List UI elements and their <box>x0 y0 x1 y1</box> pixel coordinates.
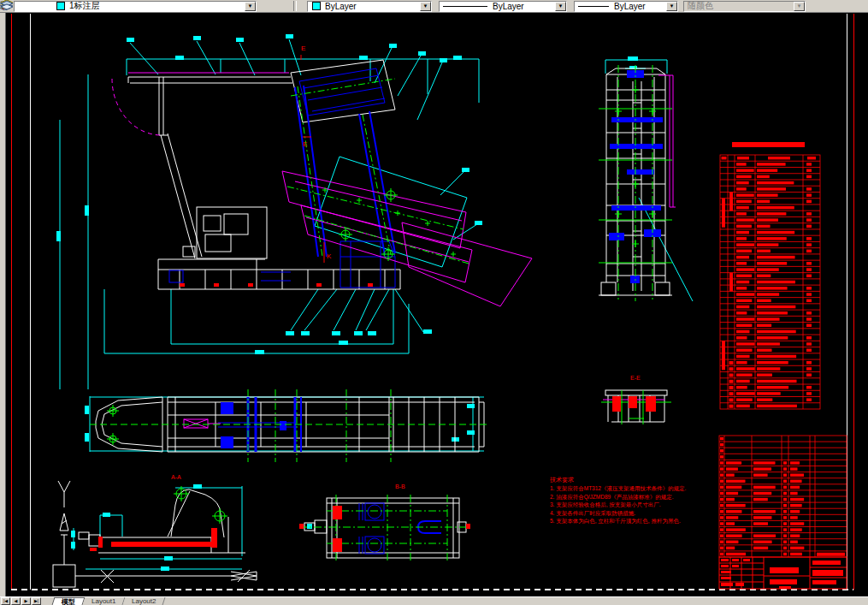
technical-notes: 技术要求 1. 支架应符合MT312《液压支架通用技术条件》的规定. 2. 油漆… <box>550 476 686 525</box>
layer-dropdown-arrow[interactable]: ▼ <box>245 2 256 11</box>
layer-freeze-sun-icon[interactable] <box>26 2 35 11</box>
color-control[interactable]: ByLayer ▼ <box>307 1 432 12</box>
tab-layout1[interactable]: Layout1 <box>83 597 126 605</box>
note-line: 1. 支架应符合MT312《液压支架通用技术条件》的规定. <box>550 484 686 492</box>
tab-model[interactable]: 模型 <box>52 597 86 605</box>
section-label-e-bottom: E <box>303 140 307 148</box>
current-color-swatch <box>312 2 321 10</box>
detail-label-k: K <box>327 252 332 260</box>
autocad-window: 1标注层 ▼ ByLayer ▼ ByLayer ▼ ByLayer ▼ 随颜色… <box>0 0 868 605</box>
current-linetype-name: ByLayer <box>491 2 524 11</box>
hydraulic-fills <box>221 70 663 448</box>
next-tab-button[interactable]: ▶ <box>21 597 31 605</box>
section-label-bb: B-B <box>395 483 405 489</box>
note-line: 4. 支架各件出厂时应采取防锈措施. <box>550 509 686 517</box>
red-fills <box>90 142 805 552</box>
linetype-control[interactable]: ByLayer ▼ <box>439 1 567 12</box>
layer-on-bulb-icon[interactable] <box>16 2 26 11</box>
note-line: 3. 支架应经验收合格后, 按支架最小尺寸出厂. <box>550 501 686 508</box>
cad-drawing: E E K A-A B-B E-E <box>0 13 868 596</box>
lineweight-control[interactable]: ByLayer ▼ <box>574 1 678 12</box>
layer-previous-button[interactable] <box>274 1 291 12</box>
linetype-sample <box>443 6 487 7</box>
section-label-ee: E-E <box>630 375 641 381</box>
note-line: 5. 支架本体为白色, 立柱和千斤顶为红色, 推杆为黑色. <box>550 517 686 525</box>
color-dropdown-arrow[interactable]: ▼ <box>420 2 431 11</box>
plotstyle-control: 随颜色 ▼ <box>683 1 806 12</box>
section-label-e-top: E <box>301 44 305 52</box>
note-line: 2. 油漆应符合Q/JZMD89《产品油漆标准》的规定. <box>550 493 686 501</box>
layer-control[interactable]: 1标注层 ▼ <box>14 1 257 12</box>
section-label-aa: A-A <box>171 474 181 480</box>
table-title-bar <box>732 142 805 147</box>
current-color-name: ByLayer <box>323 2 357 11</box>
tab-layout2[interactable]: Layout2 <box>123 597 166 605</box>
current-lineweight-name: ByLayer <box>612 2 646 11</box>
drawing-canvas[interactable]: E E K A-A B-B E-E <box>0 13 868 596</box>
current-plotstyle-name: 随颜色 <box>686 1 713 12</box>
last-tab-button[interactable]: ▶| <box>32 597 41 605</box>
current-layer-name: 1标注层 <box>68 1 100 12</box>
linetype-dropdown-arrow[interactable]: ▼ <box>555 2 566 11</box>
window-left-edge <box>0 13 6 596</box>
layer-viewport-freeze-icon[interactable] <box>35 2 44 11</box>
first-tab-button[interactable]: |◀ <box>1 597 10 605</box>
layer-lock-icon[interactable] <box>44 2 54 11</box>
layout-tab-bar: |◀ ◀ ▶ ▶| 模型 Layout1 Layout2 <box>0 596 868 605</box>
lineweight-dropdown-arrow[interactable]: ▼ <box>666 2 677 11</box>
toolbar-separator <box>293 1 297 11</box>
lineweight-sample <box>578 6 609 7</box>
parts-list-tables <box>719 155 847 557</box>
layer-color-swatch[interactable] <box>56 2 65 10</box>
ucs-icon <box>53 481 257 587</box>
notes-title: 技术要求 <box>550 476 686 483</box>
prev-tab-button[interactable]: ◀ <box>11 597 21 605</box>
object-properties-toolbar: 1标注层 ▼ ByLayer ▼ ByLayer ▼ ByLayer ▼ 随颜色… <box>0 0 868 13</box>
plotstyle-dropdown-arrow: ▼ <box>794 2 805 11</box>
make-object-layer-current-button[interactable] <box>257 1 274 12</box>
